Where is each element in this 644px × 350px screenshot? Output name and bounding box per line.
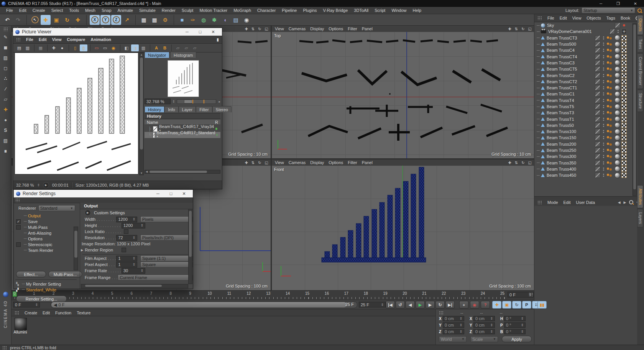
vp-menu-display[interactable]: Display [310, 26, 324, 31]
rs-tree-item-anti-aliasing[interactable]: Anti-Aliasing [14, 230, 80, 236]
key-position-icon[interactable]: ✚ [492, 301, 501, 309]
object-row-beam-truss200[interactable]: Beam Truss200 [534, 141, 632, 147]
rot-p-field[interactable]: 0 °⇕ [504, 322, 526, 328]
menu-mesh[interactable]: Mesh [82, 8, 99, 13]
pan-icon[interactable]: ✚ [508, 27, 511, 31]
stereo-both-icon[interactable]: ▱ [191, 44, 199, 51]
effect-button[interactable]: Effect... [16, 271, 46, 278]
slider-next-icon[interactable]: ▸ [219, 100, 220, 104]
vp-menu-display[interactable]: Display [310, 160, 324, 165]
menu-3dtoall[interactable]: 3DToAll [351, 8, 371, 13]
expand-icon[interactable]: ▶ [85, 210, 91, 216]
object-row-vraydomecamera001[interactable]: VRayDomeCamera001✛ [534, 28, 632, 35]
history-horizontal-scrollbar[interactable]: ◀ [145, 170, 220, 174]
material-tag-icon[interactable] [614, 79, 620, 84]
width-field[interactable]: 1200⇕ [116, 217, 137, 222]
texture-tag-icon[interactable] [621, 129, 627, 134]
side-tab-attributes[interactable]: Attributes [637, 185, 643, 208]
truss-object-icon[interactable] [541, 161, 545, 164]
layer-icon[interactable] [595, 123, 600, 128]
truss-object-icon[interactable] [541, 105, 545, 108]
phong-tag-icon[interactable] [607, 149, 613, 152]
add-camera-icon[interactable]: ◉ [242, 15, 251, 25]
timeline-range-slider[interactable]: ◀ 0 F 25 F [51, 301, 357, 308]
layer-icon[interactable] [595, 104, 600, 109]
texture-tag-icon[interactable] [621, 135, 627, 140]
object-row-beam-trussc1[interactable]: Beam TrussC1 [534, 91, 632, 97]
layer-icon[interactable] [595, 173, 600, 178]
truss-object-icon[interactable] [541, 117, 545, 121]
vp-menu-view[interactable]: View [275, 160, 284, 165]
object-row-sky[interactable]: Sky [534, 22, 632, 28]
add-spline-icon[interactable]: ✑ [188, 15, 198, 25]
object-name[interactable]: Beam Truss500 [547, 42, 576, 46]
rs-tree-item-stereoscopic[interactable]: Stereoscopic [14, 242, 80, 247]
record-keyframe-icon[interactable]: ● [459, 301, 468, 309]
visibility-dots-icon[interactable] [603, 92, 604, 95]
rs-tree-label[interactable]: Stereoscopic [28, 242, 53, 247]
layer-icon[interactable] [595, 166, 600, 172]
material-tag-icon[interactable] [614, 72, 620, 78]
thumbnail-grid-icon[interactable]: ▦ [37, 44, 44, 51]
timeline-frame-6[interactable]: 6 [131, 291, 133, 296]
minimize-icon[interactable]: ─ [592, 0, 610, 7]
pv-menu-view[interactable]: View [52, 37, 62, 42]
side-tab-takes[interactable]: Takes [637, 36, 643, 53]
rs-tree-label[interactable]: Save [28, 219, 38, 224]
toggle-view-icon[interactable]: ◱ [528, 161, 532, 165]
object-name[interactable]: Beam TrussCT1 [547, 85, 577, 90]
lock-ratio-checkbox[interactable] [124, 229, 128, 234]
frame-red-icon[interactable]: ▭ [93, 44, 100, 51]
range-slider-bar[interactable]: ◀ 0 F [51, 302, 347, 307]
channel-b-icon[interactable]: B [161, 44, 169, 51]
menu-window[interactable]: Window [388, 8, 409, 13]
object-row-beam-trusst4[interactable]: Beam TrussT4 [534, 97, 632, 104]
phong-tag-icon[interactable] [607, 74, 613, 77]
visibility-dots-icon[interactable] [603, 36, 604, 39]
timeline-frame-13[interactable]: 13 [266, 291, 270, 296]
texture-tag-icon[interactable] [621, 166, 627, 172]
next-key-icon[interactable]: ↻ [435, 301, 445, 309]
menu-create[interactable]: Create [30, 8, 48, 13]
object-row-beam-trussct3[interactable]: Beam TrussCT3 [534, 35, 632, 41]
phong-tag-icon[interactable] [607, 55, 613, 58]
layer-icon[interactable] [595, 91, 600, 97]
stepper-icon[interactable]: ⇕ [172, 100, 175, 104]
truss-object-icon[interactable] [541, 123, 545, 127]
timeline-frame-25[interactable]: 25 [500, 291, 504, 296]
rotate-view-icon[interactable]: ↻ [521, 27, 524, 31]
sky-object-icon[interactable] [541, 23, 545, 28]
camera-object-icon[interactable] [541, 30, 546, 33]
attribute-manager-grip[interactable] [537, 200, 542, 204]
expand-arrow-icon[interactable]: ▶ [81, 248, 83, 252]
rotate-view-icon[interactable]: ↻ [521, 161, 524, 165]
previous-key-icon[interactable]: ↺ [396, 301, 405, 309]
rotate-view-icon[interactable]: ↻ [258, 161, 261, 165]
timeline-frame-3[interactable]: 3 [72, 291, 74, 296]
rs-tree-label[interactable]: Output [28, 214, 41, 218]
goto-start-icon[interactable]: |◀ [386, 301, 395, 309]
object-row-beam-trussct5[interactable]: Beam TrussCT5 [534, 66, 632, 72]
stepper-icon[interactable]: ⇕ [35, 303, 38, 307]
material-tag-icon[interactable] [614, 97, 620, 103]
pv-layout-icon[interactable]: ▮ [217, 37, 219, 42]
close-icon[interactable]: ✕ [177, 190, 191, 197]
phong-tag-icon[interactable] [607, 67, 613, 71]
visibility-dots-icon[interactable] [603, 49, 604, 52]
rendered-image[interactable] [15, 53, 138, 174]
live-selection-icon[interactable]: ↖ [30, 15, 40, 25]
visibility-dots-icon[interactable] [603, 143, 604, 146]
vp-menu-filter[interactable]: Filter [348, 160, 357, 165]
visibility-dots-icon[interactable] [603, 168, 604, 171]
material-tag-icon[interactable] [614, 116, 620, 122]
pan-icon[interactable]: ✚ [245, 161, 248, 165]
pixel-aspect-dropdown[interactable]: Square▼ [140, 261, 193, 268]
render-settings-titlebar[interactable]: Render Settings ─ □ ✕ [14, 190, 193, 197]
visibility-dots-icon[interactable] [603, 55, 604, 58]
apply-button[interactable]: Apply [502, 336, 532, 342]
timeline-frame-8[interactable]: 8 [169, 291, 172, 296]
object-name[interactable]: Beam Truss150 [547, 135, 576, 140]
rs-tree-label[interactable]: Team Render [28, 248, 53, 253]
layer-icon[interactable] [615, 23, 620, 28]
object-name[interactable]: Beam TrussT3 [547, 110, 574, 115]
